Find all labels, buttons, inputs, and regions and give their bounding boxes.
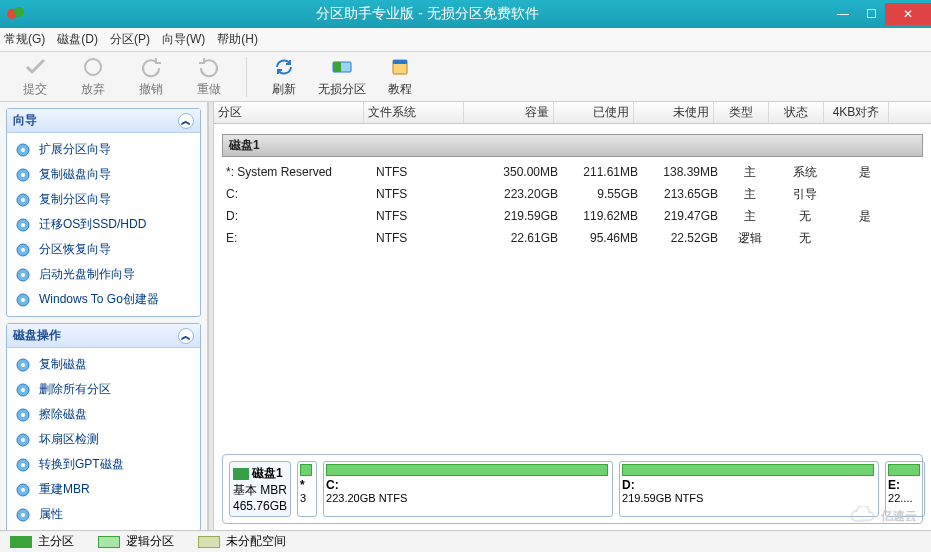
menu-help[interactable]: 帮助(H) — [217, 31, 258, 48]
unalloc-swatch-icon — [198, 536, 220, 548]
menu-partition[interactable]: 分区(P) — [110, 31, 150, 48]
sidebar-item-icon — [15, 357, 31, 373]
minimize-button[interactable]: — — [829, 3, 857, 25]
table-row[interactable]: D:NTFS219.59GB119.62MB219.47GB主无是 — [222, 205, 923, 227]
col-filesystem[interactable]: 文件系统 — [364, 102, 464, 123]
cell-used: 9.55GB — [562, 187, 642, 201]
sidebar-item-icon — [15, 407, 31, 423]
sidebar-item-label: 复制分区向导 — [39, 191, 111, 208]
sidebar-item-icon — [15, 382, 31, 398]
menu-general[interactable]: 常规(G) — [4, 31, 45, 48]
sidebar-item-label: 复制磁盘向导 — [39, 166, 111, 183]
svg-point-28 — [21, 438, 25, 442]
lossless-button[interactable]: 无损分区 — [313, 55, 371, 98]
cell-partition: D: — [222, 209, 372, 223]
discard-button[interactable]: 放弃 — [64, 55, 122, 98]
col-align[interactable]: 4KB对齐 — [824, 102, 889, 123]
primary-swatch-icon — [10, 536, 32, 548]
menu-wizard[interactable]: 向导(W) — [162, 31, 205, 48]
table-row[interactable]: C:NTFS223.20GB9.55GB213.65GB主引导 — [222, 183, 923, 205]
disk-map: 磁盘1 基本 MBR 465.76GB *3C:223.20GB NTFSD:2… — [222, 454, 923, 524]
close-button[interactable]: ✕ — [885, 3, 931, 25]
col-used[interactable]: 已使用 — [554, 102, 634, 123]
main-content: 分区 文件系统 容量 已使用 未使用 类型 状态 4KB对齐 磁盘1 *: Sy… — [214, 102, 931, 530]
sidebar-item[interactable]: 转换到GPT磁盘 — [9, 452, 198, 477]
disk-group-header[interactable]: 磁盘1 — [222, 134, 923, 157]
disk-map-disk[interactable]: 磁盘1 基本 MBR 465.76GB — [229, 461, 291, 517]
watermark: 亿速云 — [849, 506, 917, 526]
refresh-icon — [272, 55, 296, 79]
partition-sublabel: 3 — [300, 492, 312, 504]
cell-capacity: 22.61GB — [472, 231, 562, 245]
sidebar-item[interactable]: Windows To Go创建器 — [9, 287, 198, 312]
sidebar-item-icon — [15, 192, 31, 208]
sidebar-item[interactable]: 重建MBR — [9, 477, 198, 502]
sidebar-item[interactable]: 属性 — [9, 502, 198, 527]
sidebar-item-label: 坏扇区检测 — [39, 431, 99, 448]
sidebar-item[interactable]: 分区恢复向导 — [9, 237, 198, 262]
sidebar-item[interactable]: 删除所有分区 — [9, 377, 198, 402]
cell-filesystem: NTFS — [372, 209, 472, 223]
sidebar-item-label: 删除所有分区 — [39, 381, 111, 398]
svg-point-12 — [21, 198, 25, 202]
undo-button[interactable]: 撤销 — [122, 55, 180, 98]
svg-point-24 — [21, 388, 25, 392]
cell-used: 211.61MB — [562, 165, 642, 179]
svg-point-26 — [21, 413, 25, 417]
sidebar-item[interactable]: 迁移OS到SSD/HDD — [9, 212, 198, 237]
app-icon — [6, 4, 26, 24]
col-unused[interactable]: 未使用 — [634, 102, 714, 123]
logical-swatch-icon — [98, 536, 120, 548]
sidebar-item-label: 擦除磁盘 — [39, 406, 87, 423]
partition-bar — [888, 464, 920, 476]
disk-map-partition[interactable]: C:223.20GB NTFS — [323, 461, 613, 517]
collapse-icon[interactable]: ︽ — [178, 328, 194, 344]
sidebar-item-label: Windows To Go创建器 — [39, 291, 159, 308]
sidebar-item[interactable]: 擦除磁盘 — [9, 402, 198, 427]
wizard-panel: 向导 ︽ 扩展分区向导复制磁盘向导复制分区向导迁移OS到SSD/HDD分区恢复向… — [6, 108, 201, 317]
collapse-icon[interactable]: ︽ — [178, 113, 194, 129]
sidebar-item[interactable]: 复制磁盘向导 — [9, 162, 198, 187]
diskops-panel-header[interactable]: 磁盘操作 ︽ — [7, 324, 200, 348]
tutorial-button[interactable]: 教程 — [371, 55, 429, 98]
col-type[interactable]: 类型 — [714, 102, 769, 123]
sidebar-item-icon — [15, 167, 31, 183]
col-capacity[interactable]: 容量 — [464, 102, 554, 123]
sidebar-item[interactable]: 坏扇区检测 — [9, 427, 198, 452]
cell-used: 95.46MB — [562, 231, 642, 245]
cell-filesystem: NTFS — [372, 187, 472, 201]
maximize-button[interactable]: ☐ — [857, 3, 885, 25]
cell-type: 主 — [722, 164, 777, 181]
disk-map-partition[interactable]: *3 — [297, 461, 317, 517]
menu-disk[interactable]: 磁盘(D) — [57, 31, 98, 48]
partition-icon — [330, 55, 354, 79]
partition-bar — [622, 464, 874, 476]
sidebar-item-icon — [15, 242, 31, 258]
table-row[interactable]: *: System ReservedNTFS350.00MB211.61MB13… — [222, 161, 923, 183]
sidebar-item[interactable]: 复制分区向导 — [9, 187, 198, 212]
legend-primary: 主分区 — [10, 533, 74, 550]
col-partition[interactable]: 分区 — [214, 102, 364, 123]
disk-map-partition[interactable]: D:219.59GB NTFS — [619, 461, 879, 517]
menubar: 常规(G) 磁盘(D) 分区(P) 向导(W) 帮助(H) — [0, 28, 931, 52]
partition-label: C: — [326, 478, 608, 492]
cell-unused: 213.65GB — [642, 187, 722, 201]
sidebar: 向导 ︽ 扩展分区向导复制磁盘向导复制分区向导迁移OS到SSD/HDD分区恢复向… — [0, 102, 208, 530]
sidebar-item[interactable]: 扩展分区向导 — [9, 137, 198, 162]
sidebar-item[interactable]: 启动光盘制作向导 — [9, 262, 198, 287]
cell-status: 无 — [777, 230, 832, 247]
refresh-button[interactable]: 刷新 — [255, 55, 313, 98]
undo-icon — [139, 55, 163, 79]
redo-button[interactable]: 重做 — [180, 55, 238, 98]
table-row[interactable]: E:NTFS22.61GB95.46MB22.52GB逻辑无 — [222, 227, 923, 249]
sidebar-item-label: 启动光盘制作向导 — [39, 266, 135, 283]
svg-point-14 — [21, 223, 25, 227]
book-icon — [388, 55, 412, 79]
sidebar-item[interactable]: 复制磁盘 — [9, 352, 198, 377]
cloud-icon — [849, 506, 877, 526]
col-status[interactable]: 状态 — [769, 102, 824, 123]
sidebar-item-icon — [15, 482, 31, 498]
commit-button[interactable]: 提交 — [6, 55, 64, 98]
wizard-panel-header[interactable]: 向导 ︽ — [7, 109, 200, 133]
svg-rect-6 — [393, 60, 407, 64]
